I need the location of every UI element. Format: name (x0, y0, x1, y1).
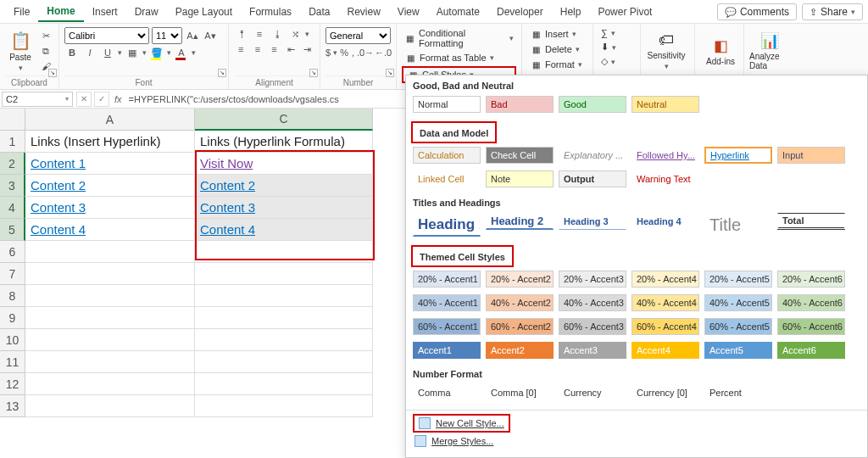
style-60%-accent1[interactable]: 60% - Accent1 (413, 318, 481, 335)
format-cells-button[interactable]: ▦Format▾ (527, 58, 587, 71)
style-currency-0[interactable]: Currency [0] (632, 384, 699, 401)
row-header-6[interactable]: 6 (0, 241, 25, 263)
underline-button[interactable]: U (100, 46, 115, 59)
col-header-A[interactable]: A (25, 109, 195, 131)
tab-formulas[interactable]: Formulas (241, 2, 300, 21)
style-accent6[interactable]: Accent6 (777, 342, 845, 359)
row-header-10[interactable]: 10 (0, 329, 25, 351)
merge-styles-button[interactable]: Merge Styles... (413, 433, 860, 450)
cell-A7[interactable] (25, 263, 195, 285)
analyze-data-button[interactable]: 📊Analyze Data (749, 27, 790, 75)
tab-draw[interactable]: Draw (126, 2, 167, 21)
style-40%-accent3[interactable]: 40% - Accent3 (559, 294, 626, 311)
fill-color-button[interactable]: 🪣 (149, 46, 164, 59)
new-cell-style-button[interactable]: New Cell Style... (413, 414, 510, 433)
cell-C6[interactable] (195, 241, 373, 263)
style-60%-accent5[interactable]: 60% - Accent5 (704, 318, 772, 335)
conditional-formatting-button[interactable]: ▦Conditional Formatting▾ (402, 27, 516, 49)
select-all-corner[interactable] (0, 109, 25, 131)
percent-format-button[interactable]: % (340, 46, 348, 59)
style-check-cell[interactable]: Check Cell (486, 147, 554, 164)
style-40%-accent5[interactable]: 40% - Accent5 (704, 294, 772, 311)
italic-button[interactable]: I (82, 46, 97, 59)
tab-home[interactable]: Home (38, 1, 83, 22)
share-button[interactable]: Share▾ (802, 3, 863, 20)
style-40%-accent1[interactable]: 40% - Accent1 (413, 294, 481, 311)
cell-C1[interactable]: Links (Hyperlink Formula) (195, 131, 373, 153)
style-explanatory[interactable]: Explanatory ... (559, 147, 626, 164)
accounting-format-button[interactable]: $ (326, 46, 331, 59)
cut-button[interactable]: ✂ (38, 29, 53, 42)
cell-A1[interactable]: Links (Insert Hyperlink) (25, 131, 195, 153)
autosum-button[interactable]: ∑▾ (598, 27, 635, 39)
font-color-button[interactable]: A (174, 46, 189, 59)
cell-A10[interactable] (25, 329, 195, 351)
style-followed-hyperlink[interactable]: Followed Hy... (632, 147, 699, 164)
decrease-font-button[interactable]: A▾ (203, 29, 218, 42)
style-input[interactable]: Input (777, 147, 845, 164)
align-center-button[interactable]: ≡ (251, 42, 265, 56)
bold-button[interactable]: B (64, 46, 80, 59)
style-20%-accent4[interactable]: 20% - Accent4 (632, 271, 699, 288)
style-heading-2[interactable]: Heading 2 (486, 213, 554, 230)
style-accent3[interactable]: Accent3 (559, 342, 626, 359)
tab-file[interactable]: File (5, 2, 38, 21)
font-name-select[interactable]: Calibri (64, 27, 149, 44)
cell-A11[interactable] (25, 351, 195, 373)
decrease-decimal-button[interactable]: ←.0 (376, 46, 391, 59)
style-accent1[interactable]: Accent1 (413, 342, 481, 359)
col-header-C[interactable]: C (195, 109, 373, 131)
increase-decimal-button[interactable]: .0→ (358, 46, 373, 59)
cell-A4[interactable]: Content 3 (25, 197, 195, 219)
addins-button[interactable]: ◧Add-ins (700, 27, 741, 75)
style-accent4[interactable]: Accent4 (632, 342, 699, 359)
style-heading-4[interactable]: Heading 4 (632, 213, 699, 230)
name-box[interactable]: C2▾ (2, 92, 73, 107)
indent-increase-button[interactable]: ⇥ (300, 42, 314, 56)
style-linked-cell[interactable]: Linked Cell (413, 170, 481, 187)
cell-C9[interactable] (195, 307, 373, 329)
style-40%-accent6[interactable]: 40% - Accent6 (777, 294, 845, 311)
fill-button[interactable]: ⬇▾ (598, 41, 635, 53)
cell-C11[interactable] (195, 351, 373, 373)
row-header-5[interactable]: 5 (0, 219, 25, 241)
align-left-button[interactable]: ≡ (234, 42, 248, 56)
fx-icon[interactable]: fx (114, 94, 122, 104)
row-header-2[interactable]: 2 (0, 153, 25, 175)
tab-insert[interactable]: Insert (84, 2, 126, 21)
style-percent[interactable]: Percent (704, 384, 772, 401)
style-bad[interactable]: Bad (486, 96, 554, 113)
font-dialog-launcher[interactable]: ↘ (218, 69, 226, 77)
borders-button[interactable]: ▦ (125, 46, 140, 59)
cell-C13[interactable] (195, 395, 373, 417)
tab-view[interactable]: View (389, 2, 428, 21)
cell-C3[interactable]: Content 2 (195, 175, 373, 197)
cell-A2[interactable]: Content 1 (25, 153, 195, 175)
style-20%-accent5[interactable]: 20% - Accent5 (704, 271, 772, 288)
style-hyperlink[interactable]: Hyperlink (704, 147, 772, 164)
style-60%-accent4[interactable]: 60% - Accent4 (632, 318, 699, 335)
enter-formula-button[interactable]: ✓ (94, 92, 109, 107)
cell-A13[interactable] (25, 395, 195, 417)
cell-A8[interactable] (25, 285, 195, 307)
cell-C7[interactable] (195, 263, 373, 285)
style-heading-3[interactable]: Heading 3 (559, 213, 626, 230)
style-20%-accent3[interactable]: 20% - Accent3 (559, 271, 626, 288)
style-60%-accent2[interactable]: 60% - Accent2 (486, 318, 554, 335)
alignment-dialog-launcher[interactable]: ↘ (309, 69, 318, 77)
row-header-9[interactable]: 9 (0, 307, 25, 329)
align-right-button[interactable]: ≡ (267, 42, 281, 56)
cell-A9[interactable] (25, 307, 195, 329)
cell-A12[interactable] (25, 373, 195, 395)
row-header-7[interactable]: 7 (0, 263, 25, 285)
comma-format-button[interactable]: , (351, 46, 355, 59)
style-comma[interactable]: Comma (413, 384, 481, 401)
clear-button[interactable]: ◇▾ (598, 55, 635, 68)
style-40%-accent2[interactable]: 40% - Accent2 (486, 294, 554, 311)
style-note[interactable]: Note (486, 170, 554, 187)
style-60%-accent3[interactable]: 60% - Accent3 (559, 318, 626, 335)
formula-input[interactable]: =HYPERLINK("c:/users/ctos/downloads/vgsa… (129, 94, 339, 104)
tab-page-layout[interactable]: Page Layout (167, 2, 241, 21)
row-header-12[interactable]: 12 (0, 373, 25, 395)
style-total[interactable]: Total (777, 213, 845, 230)
